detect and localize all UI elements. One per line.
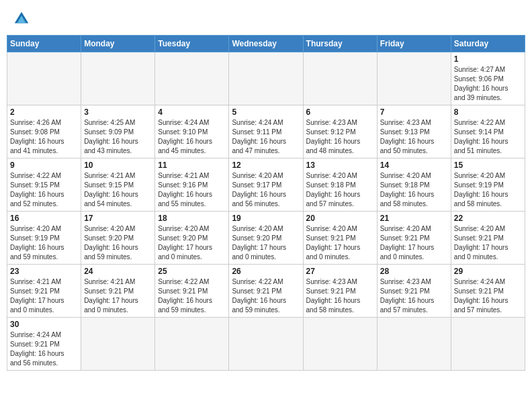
calendar-day-cell: 17Sunrise: 4:20 AM Sunset: 9:20 PM Dayli…	[81, 212, 155, 265]
calendar-day-cell: 10Sunrise: 4:21 AM Sunset: 9:15 PM Dayli…	[81, 158, 155, 212]
day-number: 28	[380, 267, 448, 276]
day-info: Sunrise: 4:24 AM Sunset: 9:11 PM Dayligh…	[232, 118, 300, 156]
day-number: 8	[454, 107, 522, 117]
calendar-day-cell: 19Sunrise: 4:20 AM Sunset: 9:20 PM Dayli…	[229, 212, 303, 265]
day-info: Sunrise: 4:21 AM Sunset: 9:21 PM Dayligh…	[10, 277, 78, 315]
weekday-header-monday: Monday	[81, 36, 155, 52]
calendar-day-cell: 24Sunrise: 4:21 AM Sunset: 9:21 PM Dayli…	[81, 265, 155, 318]
calendar-day-cell	[229, 52, 303, 105]
day-number: 22	[454, 214, 522, 223]
weekday-header-saturday: Saturday	[451, 36, 525, 52]
day-info: Sunrise: 4:21 AM Sunset: 9:16 PM Dayligh…	[158, 171, 226, 209]
calendar-day-cell: 25Sunrise: 4:22 AM Sunset: 9:21 PM Dayli…	[155, 265, 229, 318]
weekday-header-sunday: Sunday	[7, 36, 81, 52]
logo	[11, 9, 31, 28]
calendar-day-cell	[451, 318, 525, 371]
day-info: Sunrise: 4:20 AM Sunset: 9:19 PM Dayligh…	[454, 171, 522, 209]
calendar-day-cell	[303, 52, 377, 105]
day-number: 26	[232, 267, 300, 276]
day-number: 6	[306, 107, 374, 117]
calendar-day-cell: 23Sunrise: 4:21 AM Sunset: 9:21 PM Dayli…	[7, 265, 81, 318]
day-number: 25	[158, 267, 226, 276]
calendar-day-cell: 16Sunrise: 4:20 AM Sunset: 9:19 PM Dayli…	[7, 212, 81, 265]
calendar-week-row-1: 2Sunrise: 4:26 AM Sunset: 9:08 PM Daylig…	[7, 105, 525, 158]
calendar-day-cell: 4Sunrise: 4:24 AM Sunset: 9:10 PM Daylig…	[155, 105, 229, 158]
day-number: 18	[158, 214, 226, 223]
day-info: Sunrise: 4:23 AM Sunset: 9:21 PM Dayligh…	[306, 277, 374, 315]
day-number: 16	[10, 214, 78, 223]
day-info: Sunrise: 4:26 AM Sunset: 9:08 PM Dayligh…	[10, 118, 78, 156]
day-info: Sunrise: 4:27 AM Sunset: 9:06 PM Dayligh…	[454, 65, 522, 103]
calendar-day-cell	[377, 52, 451, 105]
calendar-week-row-0: 1Sunrise: 4:27 AM Sunset: 9:06 PM Daylig…	[7, 52, 525, 105]
calendar-day-cell: 15Sunrise: 4:20 AM Sunset: 9:19 PM Dayli…	[451, 158, 525, 212]
calendar-day-cell: 18Sunrise: 4:20 AM Sunset: 9:20 PM Dayli…	[155, 212, 229, 265]
calendar-day-cell: 22Sunrise: 4:20 AM Sunset: 9:21 PM Dayli…	[451, 212, 525, 265]
day-number: 24	[84, 267, 152, 276]
weekday-header-tuesday: Tuesday	[155, 36, 229, 52]
calendar-day-cell: 1Sunrise: 4:27 AM Sunset: 9:06 PM Daylig…	[451, 52, 525, 105]
calendar-day-cell: 21Sunrise: 4:20 AM Sunset: 9:21 PM Dayli…	[377, 212, 451, 265]
calendar-day-cell: 7Sunrise: 4:23 AM Sunset: 9:13 PM Daylig…	[377, 105, 451, 158]
day-number: 7	[380, 107, 448, 117]
day-info: Sunrise: 4:22 AM Sunset: 9:14 PM Dayligh…	[454, 118, 522, 156]
calendar-day-cell: 8Sunrise: 4:22 AM Sunset: 9:14 PM Daylig…	[451, 105, 525, 158]
day-info: Sunrise: 4:20 AM Sunset: 9:21 PM Dayligh…	[454, 224, 522, 262]
day-info: Sunrise: 4:21 AM Sunset: 9:15 PM Dayligh…	[84, 171, 152, 209]
day-number: 10	[84, 161, 152, 170]
day-info: Sunrise: 4:23 AM Sunset: 9:21 PM Dayligh…	[380, 277, 448, 315]
day-info: Sunrise: 4:20 AM Sunset: 9:20 PM Dayligh…	[158, 224, 226, 262]
weekday-header-thursday: Thursday	[303, 36, 377, 52]
calendar-day-cell: 3Sunrise: 4:25 AM Sunset: 9:09 PM Daylig…	[81, 105, 155, 158]
calendar-day-cell: 20Sunrise: 4:20 AM Sunset: 9:21 PM Dayli…	[303, 212, 377, 265]
day-number: 9	[10, 161, 78, 170]
calendar-day-cell: 6Sunrise: 4:23 AM Sunset: 9:12 PM Daylig…	[303, 105, 377, 158]
calendar-day-cell	[155, 318, 229, 371]
day-info: Sunrise: 4:22 AM Sunset: 9:21 PM Dayligh…	[232, 277, 300, 315]
day-number: 21	[380, 214, 448, 223]
day-info: Sunrise: 4:20 AM Sunset: 9:17 PM Dayligh…	[232, 171, 300, 209]
calendar-day-cell: 2Sunrise: 4:26 AM Sunset: 9:08 PM Daylig…	[7, 105, 81, 158]
day-info: Sunrise: 4:20 AM Sunset: 9:21 PM Dayligh…	[306, 224, 374, 262]
calendar-day-cell	[303, 318, 377, 371]
day-number: 27	[306, 267, 374, 276]
day-number: 13	[306, 161, 374, 170]
calendar-week-row-3: 16Sunrise: 4:20 AM Sunset: 9:19 PM Dayli…	[7, 212, 525, 265]
day-number: 14	[380, 161, 448, 170]
calendar-day-cell	[7, 52, 81, 105]
weekday-header-wednesday: Wednesday	[229, 36, 303, 52]
day-number: 20	[306, 214, 374, 223]
day-info: Sunrise: 4:20 AM Sunset: 9:20 PM Dayligh…	[84, 224, 152, 262]
day-info: Sunrise: 4:24 AM Sunset: 9:21 PM Dayligh…	[454, 277, 522, 315]
calendar-day-cell	[377, 318, 451, 371]
day-number: 2	[10, 107, 78, 117]
day-info: Sunrise: 4:20 AM Sunset: 9:19 PM Dayligh…	[10, 224, 78, 262]
calendar-week-row-2: 9Sunrise: 4:22 AM Sunset: 9:15 PM Daylig…	[7, 158, 525, 212]
calendar-week-row-5: 30Sunrise: 4:24 AM Sunset: 9:21 PM Dayli…	[7, 318, 525, 371]
calendar-day-cell: 11Sunrise: 4:21 AM Sunset: 9:16 PM Dayli…	[155, 158, 229, 212]
weekday-header-row: SundayMondayTuesdayWednesdayThursdayFrid…	[7, 36, 525, 52]
calendar-day-cell	[81, 318, 155, 371]
weekday-header-friday: Friday	[377, 36, 451, 52]
calendar-table: SundayMondayTuesdayWednesdayThursdayFrid…	[7, 35, 525, 371]
day-number: 5	[232, 107, 300, 117]
calendar-day-cell	[229, 318, 303, 371]
calendar-day-cell: 12Sunrise: 4:20 AM Sunset: 9:17 PM Dayli…	[229, 158, 303, 212]
day-number: 11	[158, 161, 226, 170]
day-number: 17	[84, 214, 152, 223]
day-number: 15	[454, 161, 522, 170]
day-info: Sunrise: 4:23 AM Sunset: 9:13 PM Dayligh…	[380, 118, 448, 156]
calendar-day-cell: 13Sunrise: 4:20 AM Sunset: 9:18 PM Dayli…	[303, 158, 377, 212]
day-info: Sunrise: 4:22 AM Sunset: 9:15 PM Dayligh…	[10, 171, 78, 209]
calendar-week-row-4: 23Sunrise: 4:21 AM Sunset: 9:21 PM Dayli…	[7, 265, 525, 318]
day-number: 3	[84, 107, 152, 117]
day-info: Sunrise: 4:20 AM Sunset: 9:18 PM Dayligh…	[380, 171, 448, 209]
header	[7, 7, 525, 31]
day-number: 19	[232, 214, 300, 223]
day-info: Sunrise: 4:20 AM Sunset: 9:20 PM Dayligh…	[232, 224, 300, 262]
generalblue-icon	[12, 9, 31, 28]
calendar-day-cell: 5Sunrise: 4:24 AM Sunset: 9:11 PM Daylig…	[229, 105, 303, 158]
calendar-day-cell: 26Sunrise: 4:22 AM Sunset: 9:21 PM Dayli…	[229, 265, 303, 318]
calendar-day-cell: 30Sunrise: 4:24 AM Sunset: 9:21 PM Dayli…	[7, 318, 81, 371]
day-number: 29	[454, 267, 522, 276]
